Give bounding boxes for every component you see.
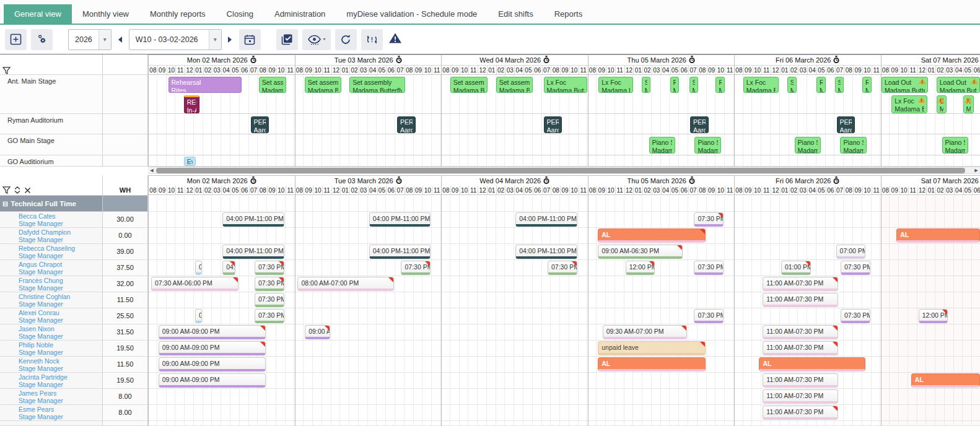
staff-name-link[interactable]: Rebecca Chaseling: [19, 245, 102, 252]
shift-bar[interactable]: 04:0: [222, 261, 235, 275]
day-validate-icon[interactable]: [543, 56, 549, 64]
tab-edit-shifts[interactable]: Edit shifts: [488, 4, 543, 24]
tab-reports[interactable]: Reports: [544, 4, 593, 24]
venue-event[interactable]: RECIn-A: [184, 95, 199, 113]
scroll-left-arrow[interactable]: ◄: [148, 167, 155, 174]
shift-bar[interactable]: 09:00 AM: [305, 325, 330, 339]
staff-role-link[interactable]: Stage Manager: [19, 220, 102, 227]
year-select[interactable]: 2026 ▾: [68, 29, 112, 50]
scrollbar-thumb[interactable]: [156, 168, 965, 173]
day-validate-icon[interactable]: [250, 56, 256, 64]
venue-event[interactable]: Lx FocMadama Butter: [544, 77, 588, 93]
shift-bar[interactable]: 11:00 AM-07:30 PM: [763, 341, 838, 355]
shift-bar[interactable]: 11:00 AM-07:30 PM: [763, 277, 838, 291]
venue-event[interactable]: SeMa: [835, 77, 844, 93]
shift-bar[interactable]: 04:00 PM-11:00 PM: [369, 212, 431, 227]
tab-administration[interactable]: Administration: [264, 4, 336, 24]
venue-event[interactable]: Lx FocMadama Bu: [891, 95, 927, 113]
venue-event[interactable]: Set assemblMadama Bu: [450, 77, 488, 93]
venue-event[interactable]: Piano SRMadama: [840, 137, 867, 154]
venue-event[interactable]: Load OutMadama Butter: [937, 77, 980, 93]
shift-bar[interactable]: 07:30 PM-1: [841, 261, 870, 275]
shift-bar[interactable]: 11:00 AM-07:30 PM: [763, 406, 838, 420]
expand-collapse-icon[interactable]: [14, 186, 21, 194]
shift-bar[interactable]: 07:30 PM-1: [255, 309, 284, 323]
staff-name-link[interactable]: Dafydd Champion: [19, 228, 102, 236]
shift-bar[interactable]: 12:00 PM-0: [626, 261, 655, 275]
shift-bar[interactable]: 04:00 PM-11:00 PM: [369, 245, 431, 259]
venue-event[interactable]: ReMa: [670, 77, 680, 93]
venue-event[interactable]: SeMa: [642, 77, 651, 93]
day-validate-icon[interactable]: [833, 56, 839, 64]
warning-button[interactable]: [388, 32, 402, 46]
close-icon[interactable]: [24, 187, 31, 194]
venue-event[interactable]: Piano SRMadama: [942, 137, 969, 154]
shift-bar[interactable]: 01:00 PM-0: [781, 261, 811, 275]
staff-role-link[interactable]: Stage Manager: [19, 268, 102, 276]
shift-bar[interactable]: 09:00 AM-09:00 PM: [159, 325, 266, 339]
day-validate-icon[interactable]: [250, 176, 256, 185]
venue-event[interactable]: ReMa: [816, 77, 826, 93]
calendar-button[interactable]: [239, 29, 261, 50]
tab-closing[interactable]: Closing: [216, 4, 264, 24]
shift-bar[interactable]: 09:00 AM-09:00 PM: [159, 341, 266, 355]
week-select[interactable]: W10 - 03-02-2026 ▾: [129, 29, 222, 50]
day-validate-icon[interactable]: [543, 176, 549, 185]
staff-name-link[interactable]: Christine Coghlan: [19, 293, 102, 300]
staff-role-link[interactable]: Stage Manager: [19, 397, 102, 404]
venue-event[interactable]: Piano SRMadama: [795, 137, 821, 154]
settings-button[interactable]: [31, 29, 53, 50]
day-validate-icon[interactable]: [396, 176, 402, 185]
venue-event[interactable]: Set assemblMadama Bu: [496, 77, 533, 93]
venue-event[interactable]: ReMa: [715, 77, 725, 93]
staff-name-link[interactable]: Becca Cates: [19, 212, 102, 220]
venue-event[interactable]: Lx FocMadama Bu: [743, 77, 779, 93]
venue-event[interactable]: PERFAaron: [837, 116, 855, 133]
venue-event[interactable]: Piano SRMadama: [694, 137, 721, 154]
shift-bar[interactable]: unpaid leave: [598, 341, 705, 355]
group-header-cell[interactable]: ⊟Technical Full Time: [0, 196, 102, 212]
shift-bar[interactable]: AL: [911, 373, 980, 388]
shift-bar[interactable]: 09:00 AM-06:30 PM: [598, 245, 682, 259]
venue-event[interactable]: Lx FocMadama Bu: [598, 77, 633, 93]
staff-role-link[interactable]: Stage Manager: [19, 381, 102, 388]
staff-role-link[interactable]: Stage Manager: [19, 413, 102, 420]
venue-event[interactable]: Load OutMadama Butter: [882, 77, 928, 93]
shift-bar[interactable]: 04:00 PM-11:00 PM: [222, 245, 284, 259]
staff-name-link[interactable]: James Pears: [19, 389, 102, 397]
shift-bar[interactable]: 01: [195, 309, 202, 323]
shift-bar[interactable]: 01: [195, 261, 202, 275]
staff-role-link[interactable]: Stage Manager: [19, 300, 102, 308]
next-week-button[interactable]: [225, 29, 235, 50]
shift-bar[interactable]: AL: [896, 228, 980, 243]
staff-name-link[interactable]: Alexei Conrau: [19, 309, 102, 316]
collapse-box-icon[interactable]: ⊟: [2, 200, 8, 208]
shift-bar[interactable]: 07:30 PM-1: [255, 293, 284, 307]
venue-event[interactable]: RehearsalRites: [168, 77, 242, 93]
scroll-right-arrow[interactable]: ►: [973, 167, 980, 174]
venue-event[interactable]: PERFAaron: [690, 116, 709, 133]
shift-bar[interactable]: 11:00 AM-07:30 PM: [763, 373, 838, 388]
staff-name-link[interactable]: Jacinta Partridge: [19, 373, 102, 381]
venue-event[interactable]: PERFAaron: [544, 116, 562, 133]
horizontal-scrollbar[interactable]: ◄ ►: [148, 167, 980, 174]
venue-event[interactable]: Set assemMadama: [259, 77, 286, 93]
staff-name-link[interactable]: Francès Chung: [19, 277, 102, 284]
sync-alert-button[interactable]: !: [361, 29, 383, 50]
shift-bar[interactable]: 09:00 AM-09:00 PM: [159, 357, 266, 372]
filter-icon[interactable]: [2, 186, 11, 194]
add-button[interactable]: [5, 29, 27, 50]
staff-name-link[interactable]: Angus Chrapot: [19, 261, 102, 268]
staff-name-link[interactable]: Jasen Nixon: [19, 325, 102, 333]
shift-bar[interactable]: 12:00 PM-0: [919, 309, 948, 323]
venue-event[interactable]: Set assemblyMadama Butterfly: [349, 77, 405, 93]
venue-event[interactable]: Ev: [184, 157, 196, 166]
venue-event[interactable]: ReMa: [862, 77, 872, 93]
venue-event[interactable]: Set assemblMadama Bu: [305, 77, 341, 93]
venue-row-label[interactable]: Ant. Main Stage: [0, 75, 147, 114]
tab-monthly-reports[interactable]: Monthly reports: [139, 4, 216, 24]
venue-row-label[interactable]: GO Main Stage: [0, 134, 147, 155]
venue-event[interactable]: SeMa: [689, 77, 699, 93]
shift-bar[interactable]: 07:30 PM-1: [255, 261, 284, 275]
shift-bar[interactable]: 11:00 AM-07:30 PM: [763, 325, 838, 339]
